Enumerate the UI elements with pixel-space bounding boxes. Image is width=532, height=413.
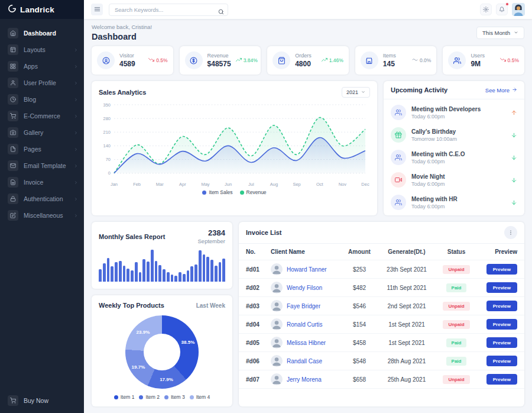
table-row: #d06 Randall Case $548 28th Aug 2021 Pai… (239, 352, 524, 370)
sidebar-item-label: Blog (24, 96, 36, 103)
client-name-link[interactable]: Melissa Hibner (287, 340, 326, 346)
user-icon (8, 78, 18, 88)
video-icon (391, 172, 406, 188)
invoice-date: 11th Sept 2021 (377, 285, 437, 291)
sales-bar (190, 266, 193, 282)
client-name-link[interactable]: Faye Bridger (287, 303, 320, 309)
table-row: #d03 Faye Bridger $546 2nd Sept 2021 Unp… (239, 297, 524, 315)
sidebar-item[interactable]: Blog (0, 91, 84, 108)
sidebar-item[interactable]: E-Commerce (0, 108, 84, 124)
sidebar-item[interactable]: User Profile (0, 75, 84, 91)
user-circle-icon (97, 51, 115, 69)
client-name-link[interactable]: Ronald Curtis (287, 321, 323, 328)
chevron-right-icon (74, 197, 78, 201)
chevron-right-icon (74, 214, 78, 218)
sidebar-item-label: User Profile (24, 79, 56, 86)
year-dropdown[interactable]: 2021 (342, 87, 370, 98)
sales-bar (203, 254, 206, 282)
layout-icon (8, 44, 18, 55)
invoice-number: #d02 (246, 285, 271, 291)
arrow-down-icon (511, 177, 517, 183)
client-name-link[interactable]: Wendy Filson (287, 285, 322, 291)
sales-bar (155, 261, 158, 282)
activity-item[interactable]: Meeting with Developers Today 6:00pm (391, 101, 517, 124)
preview-button[interactable]: Preview (486, 319, 517, 330)
sidebar-item[interactable]: Dashboard (0, 25, 84, 41)
sales-bar (206, 257, 209, 282)
client-name-link[interactable]: Howard Tanner (287, 266, 327, 273)
sidebar-item-label: E-Commerce (24, 112, 60, 120)
sidebar-item[interactable]: Email Template (0, 157, 84, 174)
sidebar-nav: Dashboard Layouts Apps User P (0, 19, 84, 230)
svg-text:Jan: Jan (111, 182, 118, 187)
client-avatar (271, 337, 283, 349)
activity-item[interactable]: Movie Night Today 6:00pm (391, 169, 517, 191)
invoice-date: 23th Sept 2021 (377, 266, 437, 273)
settings-button[interactable] (480, 4, 492, 15)
chevron-right-icon (74, 98, 78, 102)
chevron-down-icon (514, 30, 518, 36)
sidebar-item[interactable]: Miscellaneous (0, 207, 84, 224)
arrow-down-icon (511, 199, 517, 206)
preview-button[interactable]: Preview (486, 301, 517, 311)
activity-item[interactable]: Meeting with C.E.O Today 6:00pm (391, 146, 517, 169)
sales-bar (119, 261, 122, 282)
client-avatar (271, 318, 283, 330)
preview-button[interactable]: Preview (486, 374, 517, 385)
topbar-actions (480, 3, 525, 16)
monthly-sales-bar-chart (99, 250, 225, 282)
bell-icon (499, 5, 505, 14)
client-name-link[interactable]: Jerry Morena (287, 376, 322, 383)
cart-icon (8, 111, 18, 121)
preview-button[interactable]: Preview (486, 264, 517, 275)
buy-now-button[interactable]: Buy Now (0, 392, 84, 409)
user-avatar[interactable] (512, 3, 525, 16)
sales-bar (135, 262, 138, 282)
invoice-number: #d05 (246, 340, 271, 346)
invoice-list-title: Invoice List (246, 229, 282, 236)
cart-icon (8, 395, 18, 406)
activity-item[interactable]: Meeting with HR Today 6:00pm (391, 191, 517, 214)
sales-analytics-chart: 070140210280350JanFebMarAprMayJunJulAugS… (99, 100, 370, 189)
stat-value: 4589 (119, 60, 135, 68)
stat-value: 145 (383, 60, 396, 68)
sales-bar (215, 266, 218, 282)
hamburger-menu-button[interactable] (91, 4, 103, 15)
app-root: Landrick Dashboard Layouts Apps (0, 0, 532, 413)
weekly-products-subtitle: Last Week (196, 302, 225, 309)
sales-bar (151, 250, 154, 282)
sidebar-item[interactable]: Apps (0, 58, 84, 75)
brand-logo-icon (8, 4, 17, 15)
notifications-button[interactable] (496, 4, 508, 15)
invoice-menu-button[interactable] (504, 226, 517, 239)
preview-button[interactable]: Preview (486, 356, 517, 366)
preview-button[interactable]: Preview (486, 337, 517, 348)
topbar (84, 0, 532, 19)
invoice-number: #d04 (246, 321, 271, 328)
svg-text:210: 210 (103, 130, 110, 135)
search-input[interactable] (109, 4, 228, 16)
bag-icon (273, 51, 290, 69)
brand-logo[interactable]: Landrick (0, 0, 84, 19)
chevron-right-icon (74, 180, 78, 185)
chevron-right-icon (74, 131, 78, 135)
client-name-link[interactable]: Randall Case (287, 358, 322, 364)
sales-bar (199, 250, 202, 282)
sidebar-item[interactable]: Authentication (0, 191, 84, 207)
chevron-right-icon (74, 147, 78, 151)
sidebar-item[interactable]: Pages (0, 141, 84, 157)
stats-row: Visitor 4589 0.5% Revenue $48575 (92, 46, 524, 75)
page-header: Welcome back, Cristina! Dashboard This M… (92, 24, 524, 41)
period-dropdown[interactable]: This Month (476, 27, 524, 39)
main-area: Welcome back, Cristina! Dashboard This M… (84, 0, 532, 413)
year-label: 2021 (346, 89, 358, 95)
sidebar-item[interactable]: Layouts (0, 41, 84, 58)
preview-button[interactable]: Preview (486, 282, 517, 293)
dots-vertical-icon (508, 228, 514, 237)
sidebar-item[interactable]: Invoice (0, 174, 84, 191)
sidebar-item[interactable]: Gallery (0, 124, 84, 141)
invoice-amount: $546 (342, 303, 377, 309)
chevron-right-icon (74, 164, 78, 168)
see-more-link[interactable]: See More (485, 87, 517, 93)
activity-item[interactable]: Cally's Birthday Tomorrow 10:00am (391, 124, 517, 146)
